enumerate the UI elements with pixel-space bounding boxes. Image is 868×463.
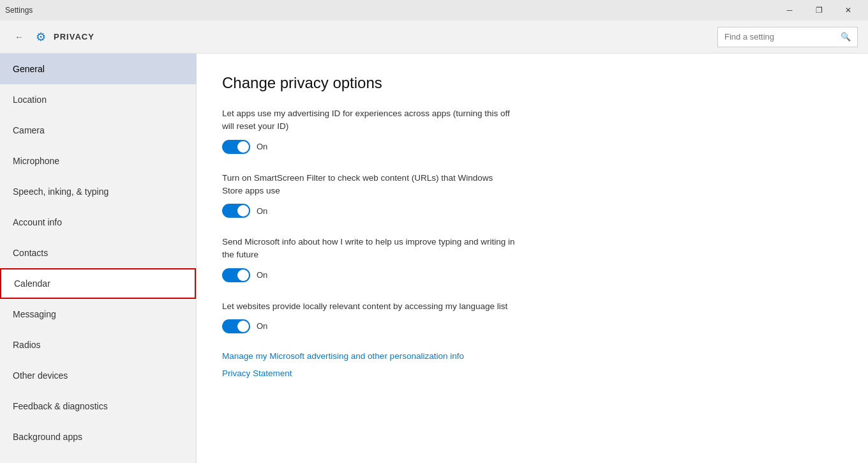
titlebar: Settings ─ ❐ ✕: [0, 0, 868, 20]
sidebar-item-account-info[interactable]: Account info: [0, 207, 196, 238]
titlebar-left: Settings: [5, 6, 33, 15]
app-header: ← ⚙ PRIVACY 🔍: [0, 20, 868, 54]
option-desc-ad-id: Let apps use my advertising ID for exper…: [222, 107, 516, 133]
toggle-label-typing-info: On: [257, 270, 267, 280]
sidebar-item-general[interactable]: General: [0, 54, 196, 84]
search-icon: 🔍: [841, 32, 851, 42]
sidebar-item-location[interactable]: Location: [0, 84, 196, 115]
option-language-list: Let websites provide locally relevant co…: [222, 300, 842, 333]
main-layout: GeneralLocationCameraMicrophoneSpeech, i…: [0, 54, 868, 463]
titlebar-controls: ─ ❐ ✕: [775, 0, 863, 20]
toggle-row-typing-info: On: [222, 268, 842, 282]
sidebar-item-camera[interactable]: Camera: [0, 115, 196, 146]
sidebar-item-speech[interactable]: Speech, inking, & typing: [0, 176, 196, 207]
option-smartscreen: Turn on SmartScreen Filter to check web …: [222, 172, 842, 218]
toggle-row-language-list: On: [222, 319, 842, 333]
gear-icon: ⚙: [36, 30, 46, 44]
sidebar-item-other-devices[interactable]: Other devices: [0, 360, 196, 391]
content-area: Change privacy options Let apps use my a…: [197, 54, 868, 463]
toggle-typing-info[interactable]: [222, 268, 250, 282]
toggle-row-smartscreen: On: [222, 204, 842, 218]
header-left: ← ⚙ PRIVACY: [10, 28, 94, 46]
search-input[interactable]: [724, 32, 835, 42]
option-desc-typing-info: Send Microsoft info about how I write to…: [222, 236, 516, 262]
toggle-language-list[interactable]: [222, 319, 250, 333]
sidebar-item-calendar[interactable]: Calendar: [0, 268, 196, 299]
minimize-button[interactable]: ─: [775, 0, 804, 20]
toggle-label-language-list: On: [257, 321, 267, 331]
toggle-label-smartscreen: On: [257, 206, 267, 216]
toggle-smartscreen[interactable]: [222, 204, 250, 218]
maximize-button[interactable]: ❐: [804, 0, 834, 20]
option-desc-language-list: Let websites provide locally relevant co…: [222, 300, 516, 313]
sidebar-item-feedback[interactable]: Feedback & diagnostics: [0, 391, 196, 421]
back-button[interactable]: ←: [10, 28, 28, 46]
sidebar-item-contacts[interactable]: Contacts: [0, 238, 196, 268]
link-privacy-statement[interactable]: Privacy Statement: [222, 368, 842, 378]
sidebar: GeneralLocationCameraMicrophoneSpeech, i…: [0, 54, 197, 463]
app-title: PRIVACY: [54, 32, 94, 42]
option-desc-smartscreen: Turn on SmartScreen Filter to check web …: [222, 172, 516, 198]
sidebar-item-background-apps[interactable]: Background apps: [0, 421, 196, 452]
option-typing-info: Send Microsoft info about how I write to…: [222, 236, 842, 282]
titlebar-app-name: Settings: [5, 6, 33, 15]
toggle-row-ad-id: On: [222, 140, 842, 154]
toggle-label-ad-id: On: [257, 142, 267, 151]
option-ad-id: Let apps use my advertising ID for exper…: [222, 107, 842, 154]
toggle-ad-id[interactable]: [222, 140, 250, 154]
sidebar-item-microphone[interactable]: Microphone: [0, 146, 196, 176]
close-button[interactable]: ✕: [834, 0, 863, 20]
page-title: Change privacy options: [222, 74, 842, 92]
search-box: 🔍: [717, 27, 858, 47]
link-manage-ad[interactable]: Manage my Microsoft advertising and othe…: [222, 351, 842, 361]
sidebar-item-messaging[interactable]: Messaging: [0, 299, 196, 330]
sidebar-item-radios[interactable]: Radios: [0, 330, 196, 360]
